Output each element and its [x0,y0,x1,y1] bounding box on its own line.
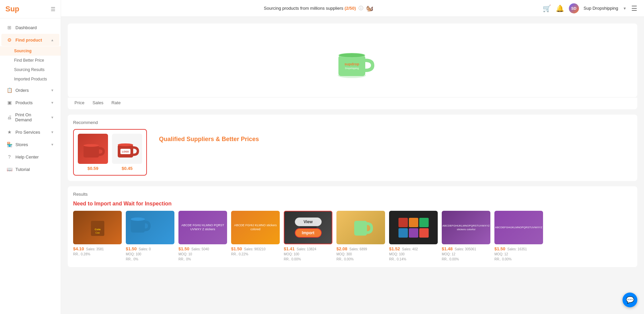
sidebar-item-print-on-demand[interactable]: 🖨 Print On Demand ▼ [1,109,59,126]
result-meta-9: Sales: 16351 [507,247,527,252]
result-img-2 [126,211,174,244]
sidebar-item-dashboard[interactable]: ⊞ Dashboard [1,21,59,34]
results-label: Results [73,192,632,197]
svg-text:Cola: Cola [95,228,101,231]
sticker-text-8: ABCDEFGHIJKLMNOPQRSTUVWXYZ stickers colo… [442,211,490,244]
result-meta-1: Sales: 3581 [86,247,104,252]
recommend-grid: $0.59 LOGO $0.45 [73,129,632,176]
top-header: Sourcing products from millions supplier… [61,0,644,17]
sidebar-label-orders: Orders [15,88,29,93]
result-product-7: $1.52 Sales: 402 MOQ: 100 RR.. 0.14% [389,211,438,262]
result-rr-7: RR.. 0.14% [389,257,438,262]
result-price-7: $1.52 [389,246,400,251]
sidebar-label-find-product: Find product [15,38,42,43]
sidebar-sub-sourcing-results[interactable]: Sourcing Results [0,65,61,74]
sidebar-label-dashboard: Dashboard [15,25,37,30]
result-rr-8: RR.. 0.00% [442,257,490,262]
svg-text:Dropshipping: Dropshipping [345,67,359,70]
recommend-product-2[interactable]: LOGO $0.45 [112,134,142,171]
recommend-product-1[interactable]: $0.59 [78,134,108,171]
tab-price[interactable]: Price [74,100,85,107]
product-overlay-5: View Import [284,211,332,244]
results-products-grid: Cola Cao $4.10 Sales: 3581 RR.. 0.28% [73,211,632,262]
result-product-3: ABCDE FGHIJ KLMNO PQRST UVWXY Z stickers… [178,211,227,262]
hamburger-icon[interactable]: ☰ [51,6,55,12]
colacao-icon: Cola Cao [88,217,108,238]
recommend-section: Recommend $0.59 [68,115,637,181]
sidebar-sub-sourcing[interactable]: Sourcing [0,46,61,56]
logo-mug-svg: LOGO [114,135,141,162]
view-button-5[interactable]: View [295,217,322,226]
result-moq-2: MOQ: 100 [126,252,174,257]
sidebar-sub-imported-products[interactable]: Imported Products [0,74,61,84]
sub-label-find-better-price: Find Better Price [14,58,44,63]
result-product-4: ABCDE FGHIJ KLMNO stickers colored $1.50… [231,211,280,262]
recommend-img-2: LOGO [112,134,142,164]
sidebar-item-orders[interactable]: 📋 Orders ▼ [1,84,59,96]
chat-icon: 💬 [626,296,634,304]
help-circle-icon[interactable]: ⓘ [359,5,363,11]
sidebar-label-stores: Stores [15,142,28,147]
sidebar-label-products: Products [15,100,33,105]
result-price-5: $1.41 [284,246,295,251]
result-img-4: ABCDE FGHIJ KLMNO stickers colored [231,211,280,244]
cart-icon[interactable]: 🛒 [543,4,551,12]
book-icon: 📖 [7,167,12,172]
sidebar-item-help-center[interactable]: ? Help Center [1,151,59,163]
sidebar-label-pro-services: Pro Services [15,130,40,135]
svg-text:LOGO: LOGO [122,150,129,153]
sidebar-item-products[interactable]: ▣ Products ▼ [1,97,59,109]
sidebar-item-stores[interactable]: 🏪 Stores ▼ [1,138,59,150]
result-meta-7: Sales: 402 [402,247,418,252]
tab-rate[interactable]: Rate [111,100,120,107]
header-actions: 🛒 🔔 SD Sup Dropshipping ▼ ☰ [543,3,637,13]
result-price-2: $1.50 [126,246,137,251]
box-icon: ▣ [7,100,12,105]
result-rr-5: RR.. 0.00% [284,257,332,262]
svg-point-7 [84,144,99,147]
help-icon: ? [7,154,12,160]
result-moq-3: MOQ: 10 [178,252,227,257]
sidebar-sub-find-better-price[interactable]: Find Better Price [0,56,61,65]
tab-sales[interactable]: Sales [93,100,104,107]
chat-button[interactable]: 💬 [623,293,637,307]
sub-label-sourcing: Sourcing [14,49,32,53]
result-product-6: $2.08 Sales: 6899 MOQ: 300 RR.. 0.00% [336,211,385,262]
sidebar-item-tutorial[interactable]: 📖 Tutorial [1,163,59,175]
banner-image-area: supdrop Dropshipping [329,37,376,84]
result-price-1: $4.10 [73,246,84,251]
svg-rect-20 [354,221,367,236]
product-tabs: Price Sales Rate [68,97,637,109]
result-img-3: ABCDE FGHIJ KLMNO PQRST UVWXY Z stickers [178,211,227,244]
chevron-down-icon-stores: ▼ [51,143,54,146]
chevron-up-icon: ▲ [51,38,54,42]
import-button-5[interactable]: Import [295,228,322,238]
user-chevron-icon[interactable]: ▼ [623,6,627,10]
hand-mug-svg [347,216,374,239]
result-meta-2: Sales: 0 [139,247,151,252]
result-price-3: $1.50 [178,246,190,251]
result-img-5: View Import [284,211,332,244]
sticker-text-9: ABCDEFGHIJKLMNOPQRSTUVWXYZ [494,211,543,244]
result-rr-1: RR.. 0.28% [73,252,122,257]
result-product-9: ABCDEFGHIJKLMNOPQRSTUVWXYZ $1.50 Sales: … [494,211,543,262]
sticker-text-4: ABCDE FGHIJ KLMNO stickers colored [232,224,278,231]
main-content: supdrop Dropshipping Price Sales Rate Re… [61,17,644,314]
user-avatar[interactable]: SD [569,3,579,13]
result-rr-2: RR.. 0% [126,257,174,262]
star-icon: ★ [7,129,12,135]
search-icon: ⊙ [7,37,12,43]
recommend-img-1 [78,134,108,164]
printer-icon: 🖨 [7,115,12,120]
sidebar-item-pro-services[interactable]: ★ Pro Services ▼ [1,126,59,138]
recommend-price-2: $0.45 [122,166,133,171]
result-moq-5: MOQ: 100 [284,252,332,257]
result-meta-6: Sales: 6899 [350,247,367,252]
sidebar-item-find-product[interactable]: ⊙ Find product ▲ [1,34,59,46]
app-logo: Sup [5,5,19,13]
results-cta-text: Need to Import and Wait for Inspection [73,201,632,207]
bell-icon[interactable]: 🔔 [556,4,564,12]
result-img-7 [389,211,438,244]
recommend-cta: Qualified Suppliers & Better Prices [152,129,266,149]
main-menu-icon[interactable]: ☰ [631,4,637,12]
